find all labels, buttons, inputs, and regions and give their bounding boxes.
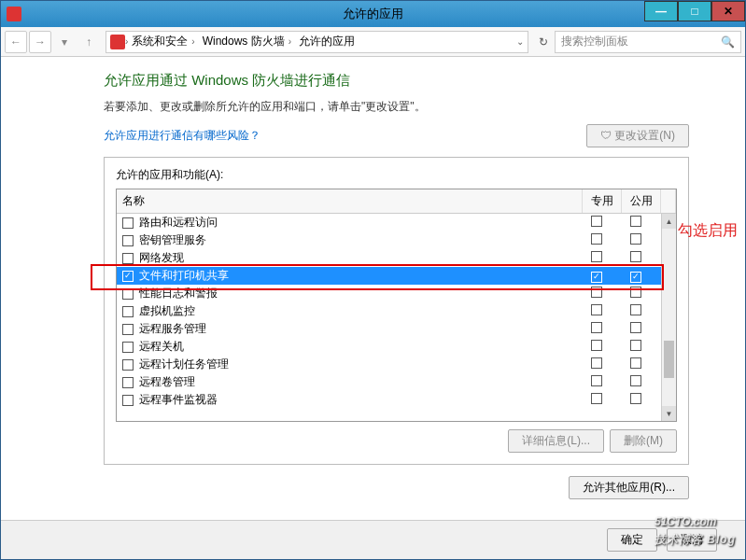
col-scroll-spacer [661,189,676,213]
search-placeholder: 搜索控制面板 [561,34,628,49]
panel-label: 允许的应用和功能(A): [116,167,677,183]
list-row[interactable]: 远程卷管理 [117,373,676,391]
list-row[interactable]: 远程关机 [117,338,676,356]
checkbox[interactable] [630,375,641,386]
control-panel-window: 允许的应用 — □ ✕ ← → ▾ ↑ › 系统和安全› Windows 防火墙… [0,0,746,560]
checkbox[interactable]: ✓ [630,272,641,283]
checkbox[interactable] [122,235,134,246]
list-row[interactable]: 性能日志和警报 [117,285,676,302]
breadcrumb-seg-1[interactable]: Windows 防火墙› [199,34,295,49]
checkbox[interactable] [122,324,134,335]
list-row[interactable]: 路由和远程访问 [117,214,676,231]
list-row[interactable]: ✓文件和打印机共享✓✓ [117,267,676,285]
apps-list: 名称 专用 公用 路由和远程访问密钥管理服务网络发现✓文件和打印机共享✓✓性能日… [116,189,677,422]
row-name: 远程卷管理 [139,374,577,390]
col-private[interactable]: 专用 [583,189,622,213]
row-name: 远程服务管理 [139,321,577,337]
change-settings-button[interactable]: 🛡 更改设置(N) [586,124,689,147]
refresh-button[interactable]: ↻ [532,31,555,53]
checkbox[interactable] [630,357,641,369]
list-row[interactable]: 远程计划任务管理 [117,356,676,373]
details-button[interactable]: 详细信息(L)... [508,429,604,453]
row-name: 网络发现 [139,250,577,266]
allowed-apps-panel: 允许的应用和功能(A): 名称 专用 公用 路由和远程访问密钥管理服务网络发现✓… [104,157,689,465]
shield-icon: 🛡 [600,129,612,142]
checkbox[interactable] [122,359,134,371]
list-row[interactable]: 远程服务管理 [117,320,676,338]
col-name[interactable]: 名称 [117,189,583,213]
content-area: 允许应用通过 Windows 防火墙进行通信 若要添加、更改或删除所允许的应用和… [1,57,745,509]
scroll-thumb[interactable] [664,341,674,378]
minimize-button[interactable]: — [644,1,678,21]
checkbox[interactable] [591,287,602,298]
checkbox[interactable] [591,251,602,262]
scroll-up-button[interactable]: ▲ [662,214,676,229]
checkbox[interactable] [591,233,602,245]
checkbox[interactable] [591,304,602,315]
checkbox[interactable] [122,217,134,229]
breadcrumb-seg-2[interactable]: 允许的应用 [295,34,359,49]
close-button[interactable]: ✕ [711,1,745,21]
scroll-track[interactable] [662,229,676,406]
checkbox[interactable] [630,304,641,315]
list-row[interactable]: 网络发现 [117,249,676,267]
checkbox[interactable] [591,216,602,227]
checkbox[interactable]: ✓ [591,272,602,283]
row-name: 性能日志和警报 [139,286,577,301]
list-body: 路由和远程访问密钥管理服务网络发现✓文件和打印机共享✓✓性能日志和警报虚拟机监控… [117,214,676,421]
list-row[interactable]: 密钥管理服务 [117,231,676,249]
col-public[interactable]: 公用 [622,189,661,213]
checkbox[interactable] [630,322,641,333]
checkbox[interactable] [122,395,134,406]
checkbox[interactable] [122,253,134,264]
checkbox[interactable] [591,393,602,404]
checkbox[interactable] [122,306,134,317]
checkbox[interactable] [630,251,641,262]
checkbox[interactable] [591,375,602,386]
nav-history-dropdown[interactable]: ▾ [53,31,76,53]
nav-back-button[interactable]: ← [5,31,27,53]
allow-other-app-button[interactable]: 允许其他应用(R)... [569,476,689,499]
list-row[interactable]: 远程事件监视器 [117,391,676,409]
breadcrumb-icon [110,35,125,49]
checkbox[interactable] [630,233,641,245]
search-input[interactable]: 搜索控制面板 🔍 [555,31,741,53]
row-name: 远程计划任务管理 [139,357,577,372]
window-title: 允许的应用 [343,6,403,22]
checkbox[interactable] [630,340,641,351]
checkbox[interactable] [591,322,602,333]
list-header: 名称 专用 公用 [117,189,676,214]
page-heading: 允许应用通过 Windows 防火墙进行通信 [104,72,689,90]
scroll-down-button[interactable]: ▼ [662,406,676,421]
checkbox[interactable] [630,287,641,298]
checkbox[interactable] [122,288,134,300]
navigation-bar: ← → ▾ ↑ › 系统和安全› Windows 防火墙› 允许的应用 ⌄ ↻ … [1,27,745,57]
checkbox[interactable] [591,340,602,351]
scrollbar[interactable]: ▲ ▼ [661,214,676,421]
nav-up-button[interactable]: ↑ [77,31,100,53]
breadcrumb[interactable]: › 系统和安全› Windows 防火墙› 允许的应用 ⌄ [106,31,528,53]
breadcrumb-seg-0[interactable]: 系统和安全› [128,34,198,49]
risk-link[interactable]: 允许应用进行通信有哪些风险？ [104,128,260,144]
maximize-button[interactable]: □ [678,1,711,21]
list-row[interactable]: 虚拟机监控 [117,302,676,320]
nav-forward-button[interactable]: → [29,31,51,53]
titlebar: 允许的应用 — □ ✕ [1,1,745,27]
checkbox[interactable] [591,357,602,369]
ok-button[interactable]: 确定 [607,528,657,552]
remove-button[interactable]: 删除(M) [610,429,677,453]
checkbox[interactable]: ✓ [122,271,134,282]
app-icon [7,7,21,21]
row-name: 路由和远程访问 [139,215,577,231]
checkbox[interactable] [122,377,134,388]
row-name: 文件和打印机共享 [139,268,577,284]
row-name: 密钥管理服务 [139,232,577,248]
checkbox[interactable] [630,393,641,404]
breadcrumb-dropdown-icon[interactable]: ⌄ [516,36,524,47]
checkbox[interactable] [122,342,134,353]
cancel-button[interactable]: 取消 [667,528,717,552]
annotation-text: 勾选启用 [678,221,738,241]
row-name: 远程事件监视器 [139,392,577,408]
row-name: 虚拟机监控 [139,303,577,319]
checkbox[interactable] [630,216,641,227]
